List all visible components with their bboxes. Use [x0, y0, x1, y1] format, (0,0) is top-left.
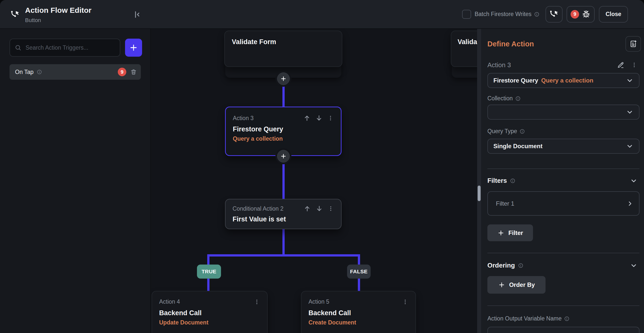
edit-action-name-icon[interactable] — [617, 61, 624, 69]
node-label: Action 3 — [233, 115, 254, 122]
flow-cursor-icon — [549, 9, 560, 20]
node-validate-form-clipped[interactable]: Validate Form — [451, 31, 477, 67]
node-title: Validate Form — [232, 38, 335, 46]
debug-panel-button[interactable]: 9 — [567, 6, 595, 23]
output-variable-label: Action Output Variable Name — [487, 315, 570, 322]
action-flow-icon — [10, 9, 22, 21]
collapse-section-icon[interactable] — [630, 177, 641, 185]
plus-icon — [129, 43, 138, 52]
collapse-section-icon[interactable] — [630, 262, 641, 269]
plus-icon — [497, 229, 504, 236]
header-actions: Batch Firestore Writes 9 Close — [462, 0, 628, 28]
plus-icon — [280, 75, 287, 82]
query-type-value: Single Document — [493, 143, 543, 150]
node-title: Backend Call — [308, 309, 408, 317]
section-divider — [487, 305, 639, 306]
section-divider — [487, 169, 639, 169]
plus-icon — [498, 281, 505, 288]
filters-section-header: Filters — [487, 177, 641, 185]
chevron-right-icon — [626, 200, 633, 207]
node-action5-backend-call[interactable]: Action 5 Backend Call Create Document — [301, 291, 416, 333]
collection-dropdown[interactable] — [487, 105, 639, 120]
close-button[interactable]: Close — [599, 6, 628, 23]
action-flow-mode-button[interactable] — [546, 6, 563, 23]
action-type-name: Firestore Query — [493, 77, 538, 84]
move-up-icon[interactable] — [303, 114, 311, 122]
filter-item[interactable]: Filter 1 — [487, 191, 639, 216]
batch-firestore-writes-checkbox[interactable] — [462, 10, 471, 19]
insert-action-button[interactable] — [277, 72, 290, 85]
delete-trigger-icon[interactable] — [130, 69, 137, 75]
info-icon[interactable] — [37, 69, 42, 75]
node-subtitle: Update Document — [159, 319, 260, 326]
node-action4-backend-call[interactable]: Action 4 Backend Call Update Document — [152, 291, 268, 333]
define-action-panel: Define Action Action 3 Firestore Query Q… — [481, 29, 644, 333]
kebab-menu-icon[interactable] — [327, 115, 334, 121]
copy-action-button[interactable] — [625, 36, 641, 52]
add-filter-button[interactable]: Filter — [487, 224, 533, 241]
add-order-by-button[interactable]: Order By — [487, 276, 546, 294]
search-input[interactable] — [25, 44, 115, 51]
node-subtitle: Create Document — [308, 319, 408, 326]
ordering-section-header: Ordering — [487, 262, 641, 269]
filter-item-label: Filter 1 — [496, 200, 514, 207]
scrollbar-thumb[interactable] — [478, 186, 481, 201]
node-label: Conditional Action 2 — [233, 205, 283, 212]
query-type-dropdown[interactable]: Single Document — [487, 139, 639, 154]
batch-firestore-writes-label: Batch Firestore Writes — [475, 11, 531, 18]
action-type-dropdown[interactable]: Firestore Query Query a collection — [487, 73, 639, 88]
plus-icon — [280, 153, 287, 159]
page-title: Action Flow Editor — [25, 6, 91, 15]
trigger-action-count-badge: 9 — [118, 68, 126, 76]
node-conditional-action2[interactable]: Conditional Action 2 First Value is set — [225, 199, 342, 229]
action-name: Action 3 — [487, 61, 511, 69]
search-icon — [15, 44, 22, 51]
query-type-label: Query Type — [487, 128, 525, 135]
move-down-icon[interactable] — [315, 114, 323, 122]
bug-icon — [582, 10, 591, 19]
action-name-row: Action 3 — [487, 60, 641, 69]
collapse-sidebar-icon[interactable] — [132, 10, 141, 19]
search-box[interactable] — [10, 39, 120, 57]
kebab-menu-icon[interactable] — [254, 299, 260, 305]
canvas-scrollbar[interactable] — [477, 29, 481, 333]
node-title: Backend Call — [159, 309, 260, 317]
edge-branch-bar — [207, 254, 360, 257]
filters-title: Filters — [487, 177, 507, 185]
node-title: Firestore Query — [233, 125, 334, 133]
kebab-menu-icon[interactable] — [328, 205, 334, 212]
node-validate-form[interactable]: Validate Form — [224, 31, 342, 67]
info-icon[interactable] — [518, 263, 523, 268]
output-variable-input[interactable] — [487, 327, 639, 333]
header: Action Flow Editor Button Batch Firestor… — [0, 0, 644, 29]
info-icon[interactable] — [515, 96, 521, 101]
triggers-sidebar: On Tap 9 — [0, 29, 151, 333]
node-label: Action 4 — [159, 298, 180, 305]
move-up-icon[interactable] — [303, 205, 311, 212]
chevron-down-icon — [626, 142, 633, 150]
kebab-menu-icon[interactable] — [402, 299, 408, 305]
true-branch-badge: TRUE — [197, 265, 221, 279]
collection-label: Collection — [487, 95, 521, 102]
trigger-on-tap[interactable]: On Tap 9 — [10, 64, 141, 80]
action-type-detail: Query a collection — [541, 77, 593, 84]
move-down-icon[interactable] — [315, 205, 323, 212]
kebab-menu-icon[interactable] — [631, 62, 637, 68]
info-icon[interactable] — [564, 316, 570, 321]
info-icon[interactable] — [519, 129, 525, 134]
info-icon[interactable] — [510, 178, 515, 184]
note-add-icon — [629, 40, 637, 48]
add-trigger-button[interactable] — [125, 39, 142, 57]
node-label: Action 5 — [308, 298, 329, 305]
node-title: Validate Form — [458, 38, 477, 46]
panel-title: Define Action — [487, 40, 534, 48]
page-subtitle: Button — [25, 17, 41, 24]
node-action3-firestore-query[interactable]: Action 3 Firestore Query Query a collect… — [225, 107, 342, 156]
edge-conditional-down — [282, 229, 285, 257]
insert-action-button[interactable] — [277, 150, 290, 162]
info-icon[interactable] — [534, 12, 540, 17]
node-title: First Value is set — [233, 215, 334, 223]
chevron-down-icon — [626, 77, 633, 84]
section-divider — [487, 253, 639, 253]
flow-canvas[interactable]: Validate Form Validate Form Action 3 Fir… — [151, 29, 477, 333]
